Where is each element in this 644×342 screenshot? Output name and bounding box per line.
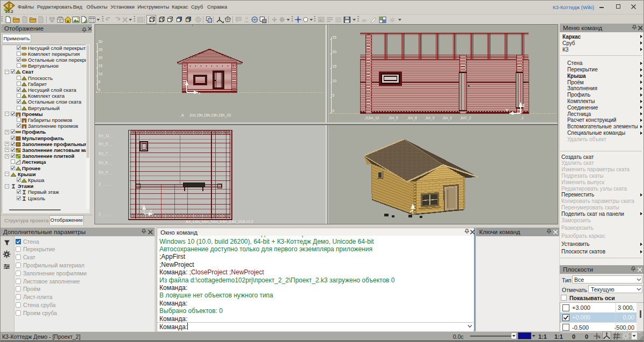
svg-text:20: 20 bbox=[98, 56, 103, 60]
svg-text:10: 10 bbox=[98, 72, 103, 76]
svg-text:Бл_11: Бл_11 bbox=[99, 134, 109, 138]
svg-text:1: 1 bbox=[99, 212, 101, 216]
svg-text:,Ext,15h,15h,15h,15h_23: ,Ext,15h,15h,15h,15h_23 bbox=[189, 113, 231, 118]
svg-text:Бл_9: Бл_9 bbox=[99, 142, 107, 146]
svg-text:0: 0 bbox=[332, 109, 334, 113]
svg-text:,Бл_1,Бл_3,Бл_5,Бл_6,Бл_8,Бл_1: ,Бл_1,Бл_3,Бл_5,Бл_6,Бл_8,Бл_10,Б.12,З bbox=[185, 220, 253, 224]
svg-text:,Б/С_2: ,Б/С_2 bbox=[460, 116, 471, 120]
svg-text:15: 15 bbox=[332, 64, 336, 68]
svg-text:30: 30 bbox=[98, 40, 103, 43]
svg-text:,Бл_3: ,Бл_3 bbox=[442, 116, 452, 120]
svg-text:Бл_7: Бл_7 bbox=[99, 151, 107, 156]
svg-text:Z: Z bbox=[522, 103, 525, 108]
svg-text:5: 5 bbox=[332, 93, 334, 97]
svg-text:Y: Y bbox=[141, 204, 144, 208]
svg-text:Y: Y bbox=[506, 108, 508, 113]
svg-text:10: 10 bbox=[332, 79, 336, 83]
svg-text:Бл_6: Бл_6 bbox=[99, 161, 107, 165]
svg-text:5: 5 bbox=[98, 80, 100, 84]
svg-text:25: 25 bbox=[98, 48, 103, 52]
svg-text:Бл_4: Бл_4 bbox=[99, 170, 107, 174]
svg-text:20: 20 bbox=[332, 50, 336, 54]
svg-text:,А: ,А bbox=[180, 113, 184, 117]
svg-text:2: 2 bbox=[99, 182, 101, 186]
svg-text:,З,Бл_12: ,З,Бл_12 bbox=[364, 116, 379, 120]
svg-text:z: z bbox=[184, 81, 185, 84]
svg-text:X: X bbox=[150, 209, 152, 213]
svg-text:,Бл_9: ,Бл_9 bbox=[389, 116, 398, 120]
svg-text:0: 0 bbox=[98, 88, 100, 92]
svg-text:,Бл_8: ,Бл_8 bbox=[407, 116, 417, 120]
svg-text:25: 25 bbox=[332, 35, 336, 39]
svg-text:15: 15 bbox=[98, 64, 103, 68]
svg-text:10.2: 10.2 bbox=[5, 9, 13, 13]
svg-text:,1: ,1 bbox=[521, 116, 524, 120]
svg-text:,Бл_5: ,Бл_5 bbox=[425, 116, 435, 120]
